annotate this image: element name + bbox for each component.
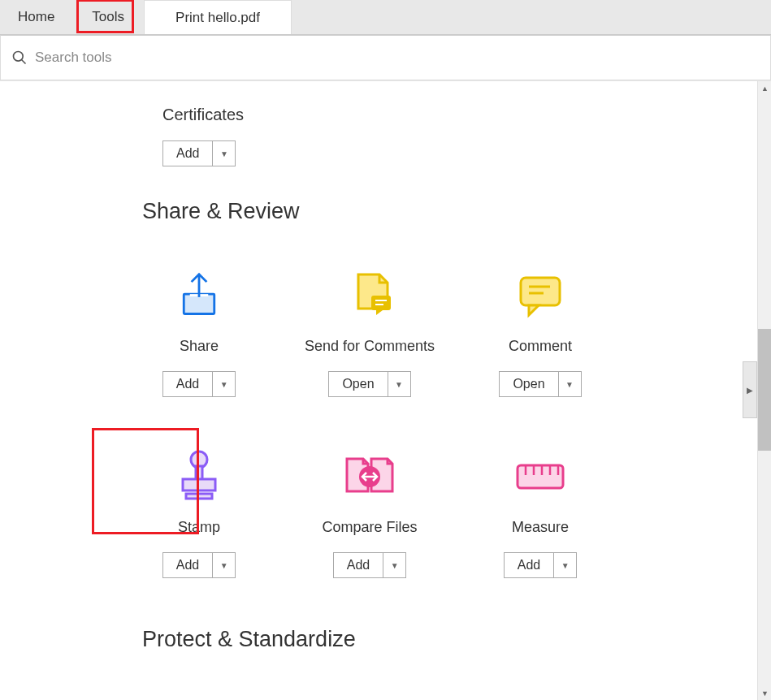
section-share-review: Share & Review [142, 199, 757, 224]
search-bar [0, 35, 771, 80]
comment-icon [487, 257, 593, 334]
svg-rect-16 [186, 494, 212, 499]
send-comments-dropdown[interactable]: ▼ [388, 371, 411, 397]
tool-share[interactable]: Share Add ▼ [114, 257, 284, 397]
send-comments-icon [317, 257, 422, 334]
certificates-dropdown[interactable]: ▼ [213, 140, 236, 166]
compare-icon [317, 438, 422, 515]
compare-dropdown[interactable]: ▼ [383, 552, 406, 578]
svg-rect-19 [518, 465, 563, 488]
svg-rect-9 [521, 278, 560, 305]
content-area: Certificates Add ▼ Share & Review [0, 80, 771, 700]
tool-compare[interactable]: Compare Files Add ▼ [284, 438, 455, 578]
share-dropdown[interactable]: ▼ [213, 371, 236, 397]
scrollbar[interactable]: ▲ ▼ [757, 81, 771, 700]
side-panel-toggle[interactable]: ▶ [743, 361, 757, 418]
send-comments-label: Send for Comments [305, 338, 435, 355]
tab-bar: Home Tools Print hello.pdf [0, 0, 771, 35]
measure-dropdown[interactable]: ▼ [554, 552, 577, 578]
send-comments-open-button[interactable]: Open [328, 371, 388, 397]
certificates-action: Add ▼ [162, 140, 757, 166]
tool-stamp[interactable]: Stamp Add ▼ [114, 438, 284, 578]
section-protect-standardize: Protect & Standardize [142, 627, 757, 652]
svg-rect-15 [183, 479, 215, 490]
stamp-icon [146, 438, 252, 515]
scrollbar-thumb[interactable] [758, 329, 771, 451]
svg-rect-5 [371, 296, 391, 310]
certificates-add-button[interactable]: Add [162, 140, 213, 166]
certificates-title: Certificates [162, 106, 757, 124]
compare-label: Compare Files [322, 519, 417, 536]
svg-marker-6 [376, 310, 383, 315]
tab-home[interactable]: Home [0, 0, 72, 34]
measure-add-button[interactable]: Add [504, 552, 554, 578]
stamp-label: Stamp [178, 519, 220, 536]
stamp-add-button[interactable]: Add [162, 552, 213, 578]
tool-comment[interactable]: Comment Open ▼ [455, 257, 626, 397]
measure-icon [487, 438, 593, 515]
share-icon [146, 257, 252, 334]
compare-add-button[interactable]: Add [333, 552, 383, 578]
tool-send-comments[interactable]: Send for Comments Open ▼ [284, 257, 455, 397]
svg-marker-10 [529, 305, 539, 315]
tab-tools[interactable]: Tools [72, 0, 144, 34]
tool-measure[interactable]: Measure Add ▼ [455, 438, 626, 578]
stamp-dropdown[interactable]: ▼ [213, 552, 236, 578]
svg-point-0 [14, 52, 24, 62]
measure-label: Measure [512, 519, 569, 536]
tab-document[interactable]: Print hello.pdf [144, 0, 292, 34]
share-label: Share [180, 338, 219, 355]
comment-label: Comment [509, 338, 572, 355]
svg-line-1 [22, 60, 26, 64]
scrollbar-up-icon[interactable]: ▲ [758, 81, 771, 95]
scrollbar-down-icon[interactable]: ▼ [758, 686, 771, 700]
share-add-button[interactable]: Add [162, 371, 213, 397]
search-input[interactable] [35, 50, 770, 66]
comment-open-button[interactable]: Open [499, 371, 558, 397]
comment-dropdown[interactable]: ▼ [559, 371, 582, 397]
search-icon [11, 49, 28, 67]
